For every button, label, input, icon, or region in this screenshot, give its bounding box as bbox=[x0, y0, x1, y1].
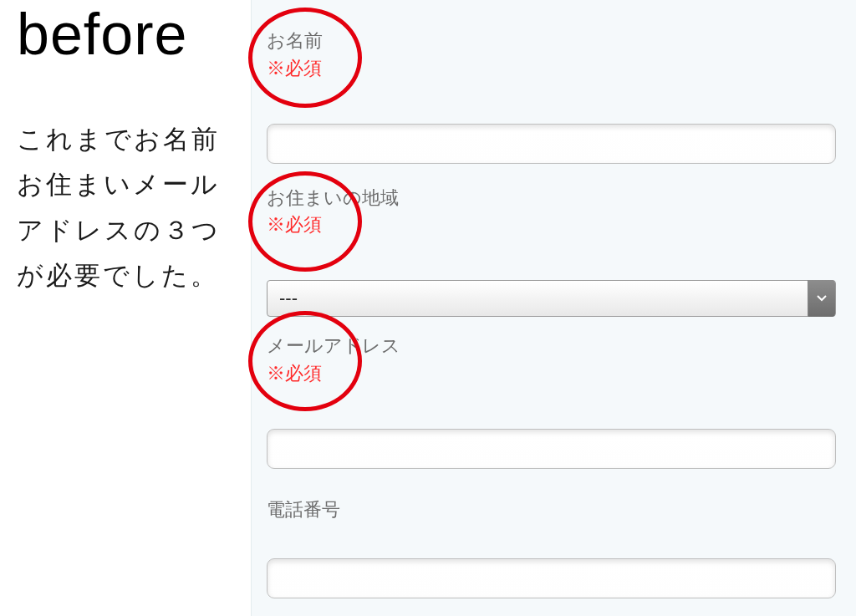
sidebar: before これまでお名前お住まいメールアドレスの３つが必要でした。 bbox=[0, 0, 251, 616]
field-group-phone: 電話番号 bbox=[267, 497, 836, 523]
form-area: お名前 ※必須 お住まいの地域 ※必須 --- メールアドレス ※必須 bbox=[251, 0, 856, 616]
field-group-name: お名前 ※必須 bbox=[267, 28, 836, 82]
email-label: メールアドレス bbox=[267, 333, 836, 359]
region-required-mark: ※必須 bbox=[267, 212, 836, 238]
name-input[interactable] bbox=[267, 124, 836, 164]
phone-input[interactable] bbox=[267, 558, 836, 598]
phone-label: 電話番号 bbox=[267, 497, 836, 523]
field-group-email: メールアドレス ※必須 bbox=[267, 333, 836, 387]
region-select[interactable]: --- bbox=[267, 280, 836, 317]
name-required-mark: ※必須 bbox=[267, 56, 836, 82]
region-selected-value: --- bbox=[279, 288, 298, 309]
email-required-mark: ※必須 bbox=[267, 361, 836, 387]
field-group-region: お住まいの地域 ※必須 bbox=[267, 186, 836, 239]
email-input[interactable] bbox=[267, 429, 836, 469]
chevron-down-icon bbox=[808, 280, 835, 317]
caption-text: これまでお名前お住まいメールアドレスの３つが必要でした。 bbox=[17, 117, 239, 298]
page-title: before bbox=[17, 0, 239, 64]
region-label: お住まいの地域 bbox=[267, 186, 836, 211]
name-label: お名前 bbox=[267, 28, 836, 54]
